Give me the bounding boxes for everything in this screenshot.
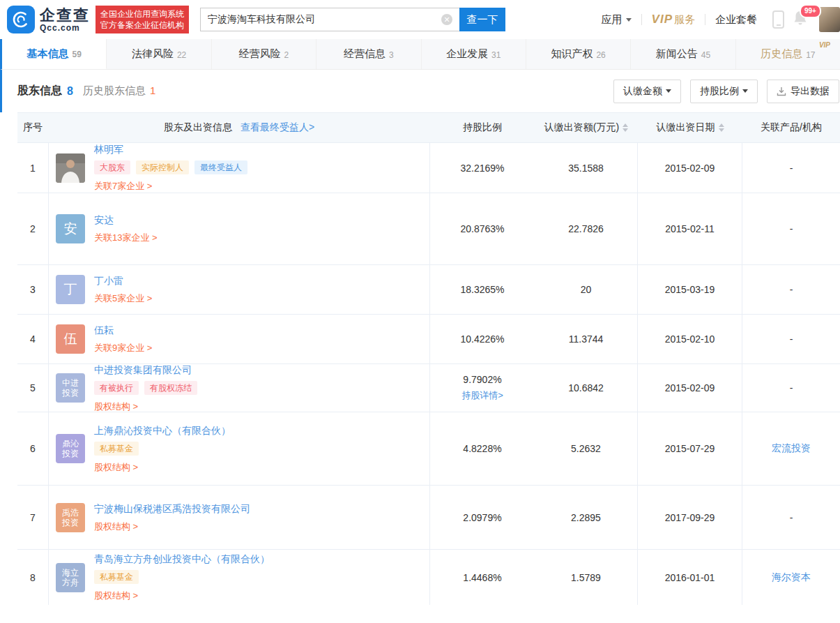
related-cell: 宏流投资 — [742, 412, 840, 485]
amount-cell: 11.3744 — [535, 315, 638, 363]
holding-detail-link[interactable]: 持股详情> — [461, 389, 503, 402]
mobile-app-icon[interactable] — [772, 10, 784, 29]
qcc-logo-text: 企查查 Qcc.com — [40, 7, 90, 33]
top-bar: 企查查 Qcc.com 全国企业信用查询系统 官方备案企业征信机构 ✕ 查一下 … — [0, 0, 840, 39]
related-companies-link[interactable]: 关联7家企业 > — [94, 180, 152, 193]
row-index: 1 — [17, 143, 48, 193]
shareholder-name-link[interactable]: 宁波梅山保税港区禹浩投资有限公司 — [94, 502, 250, 515]
column-header-date[interactable]: 认缴出资日期 — [638, 121, 742, 134]
ratio-value: 2.0979% — [463, 512, 501, 523]
vip-mark: VIP — [819, 41, 830, 49]
table-row: 5中进投资中进投资集团有限公司有被执行有股权冻结股权结构 >9.7902%持股详… — [17, 363, 840, 412]
related-companies-link[interactable]: 股权结构 > — [94, 400, 138, 413]
related-cell: - — [742, 265, 840, 314]
download-icon — [777, 87, 786, 96]
search-input[interactable] — [200, 8, 459, 31]
notification-count-badge: 99+ — [800, 4, 821, 18]
tab-新闻公告[interactable]: 新闻公告45 — [631, 39, 735, 69]
related-companies-link[interactable]: 关联13家企业 > — [94, 232, 158, 244]
ratio-cell: 4.8228% — [430, 412, 535, 485]
date-cell: 2015-02-10 — [638, 315, 742, 363]
notifications-bell[interactable]: 99+ — [793, 10, 808, 29]
amount-cell: 20 — [535, 265, 638, 314]
tab-label: 经营信息 — [344, 47, 385, 61]
related-empty-value: - — [790, 223, 793, 234]
shareholder-name-link[interactable]: 上海鼎沁投资中心（有限合伙） — [94, 424, 231, 437]
tab-历史信息[interactable]: 历史信息17VIP — [736, 39, 840, 69]
related-product-link[interactable]: 海尔资本 — [772, 571, 811, 584]
related-empty-value: - — [790, 382, 793, 393]
shareholder-info: 青岛海立方舟创业投资中心（有限合伙）私募基金股权结构 > — [94, 553, 270, 602]
tab-知识产权[interactable]: 知识产权26 — [526, 39, 631, 69]
table-header-row: 序号 股东及出资信息 查看最终受益人> 持股比例 认缴出资额(万元) 认缴出资日… — [17, 113, 840, 142]
ratio-cell: 10.4226% — [430, 315, 535, 363]
shareholder-text-avatar: 禹浩投资 — [56, 503, 85, 532]
tab-经营信息[interactable]: 经营信息3 — [316, 39, 421, 69]
shareholder-cell: 海立方舟青岛海立方舟创业投资中心（有限合伙）私募基金股权结构 > — [48, 550, 430, 605]
shareholder-name-link[interactable]: 青岛海立方舟创业投资中心（有限合伙） — [94, 553, 270, 565]
shareholder-links: 关联5家企业 > — [94, 292, 162, 305]
chevron-down-icon — [626, 18, 632, 22]
date-cell: 2017-09-29 — [638, 486, 742, 549]
tag-最终受益人: 最终受益人 — [194, 160, 247, 174]
search-button[interactable]: 查一下 — [459, 8, 505, 31]
shareholder-info: 伍耘关联9家企业 > — [94, 324, 162, 354]
shareholder-name-link[interactable]: 安达 — [94, 213, 167, 226]
tab-label: 经营风险 — [239, 47, 281, 61]
menu-vip-service[interactable]: VIP 服务 — [642, 13, 705, 27]
related-cell: 海尔资本 — [742, 550, 840, 605]
sort-icon[interactable] — [719, 123, 724, 132]
tab-bar: 基本信息59法律风险22经营风险2经营信息3企业发展31知识产权26新闻公告45… — [0, 39, 840, 70]
related-cell: - — [742, 193, 840, 264]
tab-基本信息[interactable]: 基本信息59 — [2, 39, 107, 69]
sort-by-amount-dropdown[interactable]: 认缴金额 — [613, 80, 681, 103]
shareholder-table: 序号 股东及出资信息 查看最终受益人> 持股比例 认缴出资额(万元) 认缴出资日… — [17, 112, 840, 605]
date-cell: 2015-02-09 — [638, 364, 742, 412]
chevron-down-icon — [666, 89, 671, 93]
view-ultimate-beneficiary-link[interactable]: 查看最终受益人> — [240, 121, 314, 134]
vip-logo: VIP — [652, 13, 673, 27]
shareholder-text-avatar: 中进投资 — [56, 373, 85, 403]
certification-badge: 全国企业信用查询系统 官方备案企业征信机构 — [96, 6, 189, 33]
enterprise-package-label: 企业套餐 — [715, 13, 757, 27]
clear-search-icon[interactable]: ✕ — [441, 14, 452, 25]
section-title-shareholders: 股东信息 — [17, 84, 62, 98]
sort-icon[interactable] — [623, 123, 628, 132]
shareholder-name-link[interactable]: 林明军 — [94, 143, 253, 156]
related-companies-link[interactable]: 股权结构 > — [94, 461, 138, 474]
shareholder-name-link[interactable]: 中进投资集团有限公司 — [94, 363, 203, 376]
tab-法律风险[interactable]: 法律风险22 — [107, 39, 211, 69]
top-menu: 应用 VIP 服务 企业套餐 99+ — [592, 0, 840, 39]
history-shareholders-count: 1 — [150, 84, 155, 96]
related-companies-link[interactable]: 关联5家企业 > — [94, 292, 152, 305]
shareholder-text-avatar: 安 — [56, 214, 85, 243]
related-product-link[interactable]: 宏流投资 — [772, 442, 811, 455]
shareholder-toolbar: 股东信息 8 历史股东信息1 认缴金额 持股比例 导出数据 — [0, 70, 840, 112]
menu-enterprise-package[interactable]: 企业套餐 — [705, 13, 767, 27]
related-companies-link[interactable]: 股权结构 > — [94, 590, 138, 602]
shareholder-name-link[interactable]: 伍耘 — [94, 324, 162, 336]
related-companies-link[interactable]: 股权结构 > — [94, 520, 138, 533]
ratio-value: 9.7902% — [463, 374, 501, 385]
related-companies-link[interactable]: 关联9家企业 > — [94, 342, 152, 354]
shareholder-text-avatar: 海立方舟 — [56, 563, 85, 592]
menu-apps[interactable]: 应用 — [592, 13, 641, 27]
sort-by-ratio-dropdown[interactable]: 持股比例 — [690, 80, 758, 103]
shareholder-cell: 鼎沁投资上海鼎沁投资中心（有限合伙）私募基金股权结构 > — [48, 412, 430, 485]
tab-企业发展[interactable]: 企业发展31 — [422, 39, 526, 69]
tab-count: 22 — [177, 50, 186, 60]
tab-history-shareholders[interactable]: 历史股东信息1 — [83, 84, 155, 98]
related-empty-value: - — [790, 512, 793, 523]
shareholder-name-link[interactable]: 丁小雷 — [94, 274, 162, 287]
table-row: 7禹浩投资宁波梅山保税港区禹浩投资有限公司股权结构 >2.0979%2.2895… — [17, 485, 840, 549]
shareholder-links: 关联9家企业 > — [94, 342, 162, 354]
column-header-amount[interactable]: 认缴出资额(万元) — [535, 121, 638, 134]
related-empty-value: - — [790, 333, 793, 345]
tag-有股权冻结: 有股权冻结 — [144, 381, 197, 395]
qcc-logo[interactable]: 企查查 Qcc.com — [7, 6, 90, 33]
related-cell: - — [742, 315, 840, 363]
user-avatar[interactable] — [819, 7, 840, 32]
export-data-button[interactable]: 导出数据 — [767, 80, 839, 103]
tab-经营风险[interactable]: 经营风险2 — [212, 39, 316, 69]
tab-label: 历史信息 — [761, 47, 802, 61]
